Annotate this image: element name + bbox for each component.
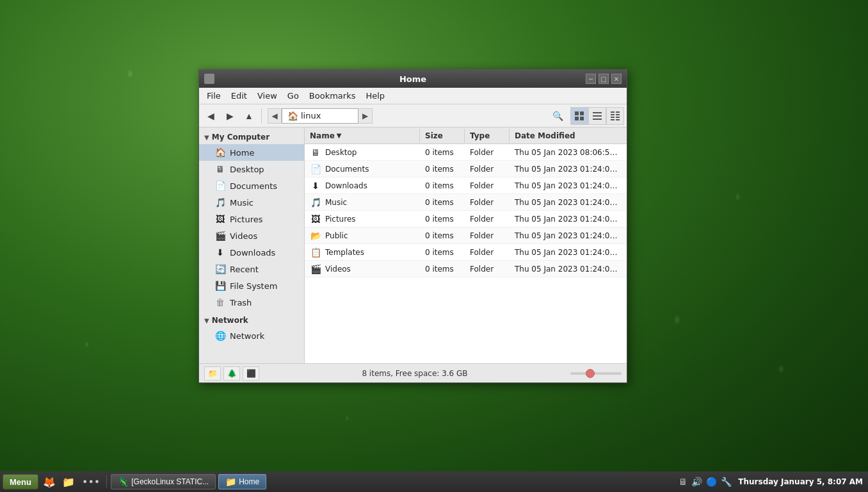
file-date-cell: Thu 05 Jan 2023 01:24:00 PM CET — [510, 229, 627, 242]
table-row[interactable]: 🖼 Pictures 0 items Folder Thu 05 Jan 202… — [305, 211, 627, 227]
maximize-button[interactable]: □ — [599, 74, 609, 84]
bluetooth-tray-icon[interactable]: 🔵 — [706, 477, 717, 487]
file-name: Public — [325, 231, 348, 240]
svg-rect-7 — [611, 111, 615, 113]
sidebar-item-filesystem[interactable]: 💾 File System — [199, 277, 304, 294]
file-type-cell: Folder — [465, 213, 510, 226]
sidebar-item-trash[interactable]: 🗑 Trash — [199, 294, 304, 311]
file-date-cell: Thu 05 Jan 2023 08:06:54 AM CET — [510, 146, 627, 159]
show-folders-button[interactable]: 📁 — [204, 366, 221, 381]
sidebar-item-home[interactable]: 🏠 Home — [199, 144, 304, 161]
file-name: Desktop — [325, 148, 357, 157]
sidebar: ▼ My Computer 🏠 Home 🖥 Desktop 📄 Documen… — [199, 127, 305, 363]
menu-edit[interactable]: Edit — [226, 89, 252, 102]
static-app-button[interactable]: 🦎 [GeckoLinux STATIC... — [111, 474, 216, 489]
my-computer-label: My Computer — [212, 133, 269, 142]
file-type-cell: Folder — [465, 246, 510, 259]
menu-go[interactable]: Go — [282, 89, 304, 102]
menu-help[interactable]: Help — [360, 89, 390, 102]
my-computer-arrow: ▼ — [204, 134, 209, 141]
file-size-cell: 0 items — [420, 246, 465, 259]
sort-arrow: ▼ — [337, 132, 342, 139]
file-name-cell: 🎵 Music — [305, 195, 420, 210]
table-row[interactable]: 📋 Templates 0 items Folder Thu 05 Jan 20… — [305, 244, 627, 261]
table-row[interactable]: 📄 Documents 0 items Folder Thu 05 Jan 20… — [305, 161, 627, 177]
sidebar-videos-label: Videos — [230, 231, 257, 241]
sidebar-item-network[interactable]: 🌐 Network — [199, 327, 304, 344]
col-size-header[interactable]: Size — [420, 129, 465, 143]
menu-file[interactable]: File — [202, 89, 226, 102]
col-type-header[interactable]: Type — [465, 129, 510, 143]
file-name: Pictures — [325, 215, 356, 224]
main-content: ▼ My Computer 🏠 Home 🖥 Desktop 📄 Documen… — [199, 127, 627, 363]
files-button[interactable]: 📁 — [60, 473, 77, 490]
file-name: Documents — [325, 165, 369, 174]
svg-rect-11 — [611, 117, 615, 118]
file-date-cell: Thu 05 Jan 2023 01:24:00 PM CET — [510, 263, 627, 275]
svg-rect-1 — [580, 111, 584, 115]
file-date-cell: Thu 05 Jan 2023 01:24:00 PM CET — [510, 179, 627, 192]
taskbar: Menu 🦊 📁 ••• 🦎 [GeckoLinux STATIC... 📁 H… — [0, 472, 868, 492]
sidebar-item-downloads[interactable]: ⬇ Downloads — [199, 244, 304, 261]
minimize-button[interactable]: ─ — [586, 74, 596, 84]
zoom-slider[interactable] — [570, 372, 622, 375]
screen-tray-icon[interactable]: 🖥 — [679, 477, 687, 487]
menu-view[interactable]: View — [252, 89, 282, 102]
location-left-arrow[interactable]: ◀ — [268, 108, 282, 124]
sidebar-item-pictures[interactable]: 🖼 Pictures — [199, 211, 304, 227]
menu-bar: File Edit View Go Bookmarks Help — [199, 88, 627, 104]
svg-rect-4 — [593, 112, 602, 113]
sidebar-pictures-label: Pictures — [230, 215, 262, 224]
home-app-button[interactable]: 📁 Home — [218, 474, 266, 489]
file-icon: 📄 — [310, 163, 321, 175]
col-name-header[interactable]: Name ▼ — [305, 129, 420, 143]
firefox-button[interactable]: 🦊 — [41, 473, 58, 490]
sidebar-trash-label: Trash — [230, 298, 252, 308]
svg-rect-9 — [611, 114, 615, 115]
file-name: Downloads — [325, 181, 367, 190]
table-row[interactable]: 📂 Public 0 items Folder Thu 05 Jan 2023 … — [305, 227, 627, 244]
table-row[interactable]: 🖥 Desktop 0 items Folder Thu 05 Jan 2023… — [305, 144, 627, 161]
filesystem-icon: 💾 — [214, 280, 226, 291]
table-row[interactable]: 🎬 Videos 0 items Folder Thu 05 Jan 2023 … — [305, 261, 627, 277]
view-compact-button[interactable] — [606, 107, 624, 125]
col-date-header[interactable]: Date Modified — [510, 129, 627, 143]
file-name: Videos — [325, 265, 351, 274]
sidebar-item-documents[interactable]: 📄 Documents — [199, 177, 304, 194]
view-icons-button[interactable] — [570, 107, 588, 125]
close-button[interactable]: ✕ — [611, 74, 622, 84]
taskbar-separator-1 — [106, 475, 107, 488]
sidebar-item-desktop[interactable]: 🖥 Desktop — [199, 161, 304, 177]
toolbar: ◀ ▶ ▲ ◀ 🏠 linux ▶ 🔍 — [199, 104, 627, 127]
tree-view-button[interactable]: 🌲 — [223, 366, 240, 381]
up-button[interactable]: ▲ — [240, 107, 258, 125]
menu-button[interactable]: Menu — [3, 474, 38, 489]
sidebar-item-music[interactable]: 🎵 Music — [199, 194, 304, 211]
file-icon: 🎬 — [310, 263, 321, 275]
location-right-arrow[interactable]: ▶ — [358, 108, 373, 124]
file-manager-window: Home ─ □ ✕ File Edit View Go Bookmarks H… — [198, 69, 627, 383]
file-name-cell: 🖼 Pictures — [305, 211, 420, 227]
desktop-folder-icon: 🖥 — [214, 163, 226, 175]
file-name: Music — [325, 198, 347, 207]
network-section[interactable]: ▼ Network — [199, 313, 304, 327]
table-row[interactable]: 🎵 Music 0 items Folder Thu 05 Jan 2023 0… — [305, 194, 627, 211]
view-list-button[interactable] — [588, 107, 606, 125]
volume-tray-icon[interactable]: 🔊 — [691, 477, 702, 487]
terminal-button[interactable]: ⬛ — [243, 366, 259, 381]
network-tray-icon[interactable]: 🔧 — [721, 477, 732, 487]
title-bar: Home ─ □ ✕ — [199, 70, 627, 88]
sidebar-item-recent[interactable]: 🔄 Recent — [199, 261, 304, 277]
search-button[interactable]: 🔍 — [549, 107, 567, 125]
forward-button[interactable]: ▶ — [221, 107, 239, 125]
my-computer-section[interactable]: ▼ My Computer — [199, 130, 304, 144]
taskbar-dots[interactable]: ••• — [79, 476, 102, 488]
svg-rect-5 — [593, 115, 602, 117]
svg-rect-8 — [616, 111, 620, 113]
sidebar-item-videos[interactable]: 🎬 Videos — [199, 227, 304, 244]
menu-bookmarks[interactable]: Bookmarks — [304, 89, 361, 102]
file-name-cell: 📄 Documents — [305, 161, 420, 177]
back-button[interactable]: ◀ — [202, 107, 220, 125]
location-path: 🏠 linux — [282, 108, 358, 124]
table-row[interactable]: ⬇ Downloads 0 items Folder Thu 05 Jan 20… — [305, 177, 627, 194]
